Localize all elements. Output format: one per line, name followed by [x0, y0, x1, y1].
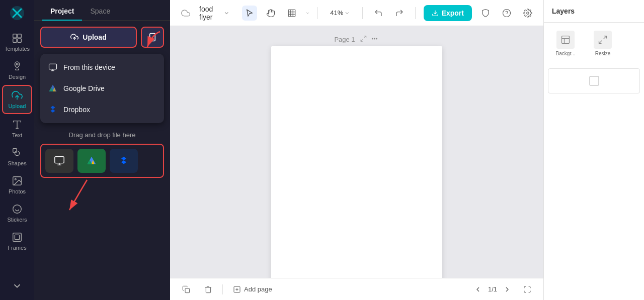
svg-point-15 [15, 178, 16, 180]
left-panel: Project Space Upload [34, 0, 170, 300]
sidebar-item-templates[interactable]: Templates [2, 29, 32, 56]
page-label: Page 1 [334, 36, 355, 43]
sidebar-item-shapes[interactable]: Shapes [2, 143, 32, 170]
drag-dropbox-button[interactable] [110, 149, 138, 173]
expand-icon [360, 35, 367, 42]
frames-icon [12, 232, 23, 243]
templates-icon [12, 33, 23, 44]
svg-rect-3 [13, 34, 17, 38]
tab-space[interactable]: Space [82, 0, 118, 20]
settings-button[interactable] [520, 6, 535, 21]
cloud-save-button[interactable] [178, 6, 193, 21]
dropdown-item-google-drive[interactable]: Google Drive [40, 78, 164, 99]
upload-icon-only-button[interactable] [141, 27, 164, 48]
page-more-button[interactable] [370, 34, 379, 45]
mobile-upload-icon [148, 33, 157, 42]
dropdown-item-from-device[interactable]: From this device [40, 57, 164, 78]
arrow-annotation-2 [54, 177, 95, 220]
bottom-divider [222, 284, 223, 294]
layers-header: Layers [544, 0, 644, 23]
drag-dropbox-icon [118, 155, 129, 166]
add-page-button[interactable]: Add page [229, 283, 276, 295]
cloud-icon [181, 9, 190, 18]
redo-icon [395, 9, 404, 18]
svg-rect-18 [15, 235, 19, 239]
page-label-area: Page 1 [334, 34, 379, 45]
frame-icon [287, 9, 296, 18]
drag-device-button[interactable] [45, 149, 73, 173]
icon-bar-bottom [2, 276, 32, 296]
chevron-left-icon [474, 285, 482, 293]
svg-rect-6 [18, 39, 21, 42]
page-expand-button[interactable] [359, 34, 368, 45]
background-icon [560, 35, 571, 45]
svg-point-36 [503, 9, 510, 17]
drag-drive-button[interactable] [77, 149, 106, 173]
chevron-right-icon [503, 285, 511, 293]
select-tool-button[interactable] [242, 6, 257, 21]
upload-icon [12, 90, 23, 101]
sidebar-item-upload[interactable]: Upload [2, 85, 32, 114]
frame-tool-chevron [305, 10, 310, 16]
background-tool-preview [556, 31, 575, 49]
next-page-button[interactable] [501, 283, 513, 295]
right-panel: Layers Backgr... Resi [543, 0, 644, 300]
sidebar-item-photos-label: Photos [9, 188, 26, 194]
help-button[interactable] [499, 6, 514, 21]
hand-tool-button[interactable] [263, 6, 278, 21]
dropdown-item-dropbox[interactable]: Dropbox [40, 99, 164, 120]
resize-tool[interactable]: Resize [585, 27, 620, 60]
svg-point-7 [16, 63, 18, 65]
page-actions [359, 34, 379, 45]
sidebar-item-frames[interactable]: Frames [2, 228, 32, 255]
panel-tabs: Project Space [34, 0, 170, 21]
sidebar-item-design-label: Design [9, 74, 26, 80]
toolbar-divider-2 [362, 7, 363, 19]
export-label: Export [442, 9, 464, 17]
help-icon [502, 9, 511, 18]
canvas-container: Page 1 [170, 26, 543, 300]
frame-tool-button[interactable] [284, 6, 299, 21]
drag-device-icon [54, 155, 65, 166]
redo-button[interactable] [392, 6, 407, 21]
more-items-button[interactable] [2, 276, 32, 295]
layer-item[interactable] [548, 68, 640, 93]
shield-button[interactable] [478, 6, 493, 21]
sidebar-item-text[interactable]: Text [2, 115, 32, 142]
add-page-icon [233, 285, 241, 293]
copy-page-button[interactable] [178, 283, 194, 295]
shield-icon [481, 9, 490, 18]
stickers-icon [12, 204, 23, 215]
sidebar-item-design[interactable]: Design [2, 57, 32, 84]
drag-drive-icon [86, 155, 97, 166]
zoom-control[interactable]: 41% [326, 7, 354, 19]
design-icon [12, 61, 23, 72]
app-logo[interactable] [8, 4, 26, 22]
sidebar-item-stickers[interactable]: Stickers [2, 199, 32, 227]
cursor-icon [245, 9, 254, 18]
sidebar-item-photos[interactable]: Photos [2, 171, 32, 198]
drag-drop-icons-box [40, 144, 164, 178]
upload-button[interactable]: Upload [40, 27, 137, 48]
svg-rect-5 [13, 39, 17, 42]
tab-project[interactable]: Project [42, 0, 82, 20]
text-icon [12, 119, 23, 130]
prev-page-button[interactable] [472, 283, 484, 295]
canvas-area[interactable]: Page 1 [170, 26, 543, 278]
sidebar-item-stickers-label: Stickers [7, 217, 27, 223]
delete-button[interactable] [200, 283, 216, 295]
layers-tools: Backgr... Resize [544, 23, 644, 64]
upload-dropdown: From this device Google Drive Dropbox [40, 54, 164, 123]
fit-screen-button[interactable] [519, 283, 535, 295]
svg-rect-49 [590, 76, 599, 85]
export-button[interactable]: Export [424, 5, 472, 21]
background-tool[interactable]: Backgr... [548, 27, 583, 60]
photos-icon [12, 175, 23, 186]
icon-bar: Templates Design Upload Text [0, 0, 34, 300]
copy-page-icon [182, 285, 190, 293]
resize-tool-label: Resize [595, 51, 611, 56]
file-name-area[interactable]: food flyer [199, 5, 230, 21]
canvas-document[interactable] [271, 46, 442, 278]
undo-button[interactable] [371, 6, 386, 21]
svg-rect-26 [55, 157, 64, 163]
